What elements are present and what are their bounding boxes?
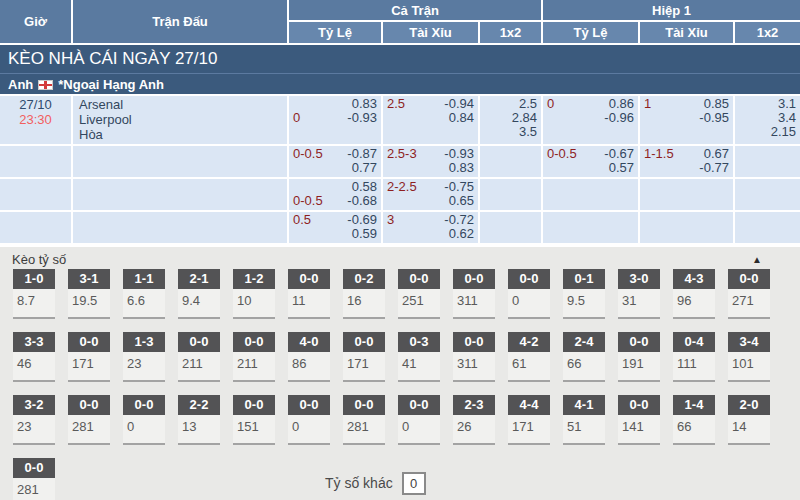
score-odds-value[interactable]: 0 bbox=[508, 289, 550, 319]
score-odds-value[interactable]: 9.5 bbox=[563, 289, 605, 319]
score-tile[interactable]: 0-0171 bbox=[68, 332, 110, 382]
score-odds-value[interactable]: 13 bbox=[178, 415, 220, 445]
score-tile[interactable]: 0-0171 bbox=[343, 332, 385, 382]
score-odds-value[interactable]: 66 bbox=[563, 352, 605, 382]
score-tile[interactable]: 1-210 bbox=[233, 269, 275, 319]
score-odds-value[interactable]: 151 bbox=[233, 415, 275, 445]
score-tile[interactable]: 0-0191 bbox=[618, 332, 660, 382]
odds-value[interactable]: -0.72 bbox=[444, 213, 474, 227]
score-tile[interactable]: 2-014 bbox=[728, 395, 770, 445]
score-odds-value[interactable]: 101 bbox=[728, 352, 770, 382]
score-odds-value[interactable]: 11 bbox=[288, 289, 330, 319]
score-tile[interactable]: 0-00 bbox=[123, 395, 165, 445]
score-odds-value[interactable]: 14 bbox=[728, 415, 770, 445]
fulltime-overunder-odds[interactable]: 2.5-0.940.84 bbox=[383, 96, 480, 146]
score-odds-value[interactable]: 46 bbox=[13, 352, 55, 382]
collapse-arrow-icon[interactable]: ▲ bbox=[752, 254, 762, 265]
odds-value[interactable]: -0.87 bbox=[347, 147, 377, 161]
score-tile[interactable]: 0-011 bbox=[288, 269, 330, 319]
score-tile[interactable]: 0-0271 bbox=[728, 269, 770, 319]
score-odds-value[interactable]: 16 bbox=[343, 289, 385, 319]
score-tile[interactable]: 0-00 bbox=[288, 395, 330, 445]
h1-overunder-odds[interactable]: 1-1.50.67-0.77 bbox=[640, 146, 735, 179]
score-tile[interactable]: 0-0151 bbox=[233, 395, 275, 445]
score-tile[interactable]: 0-0311 bbox=[453, 332, 495, 382]
score-tile[interactable]: 4-4171 bbox=[508, 395, 550, 445]
fulltime-handicap-odds[interactable]: 0.580-0.5-0.68 bbox=[289, 179, 383, 212]
score-tile[interactable]: 0-19.5 bbox=[563, 269, 605, 319]
score-odds-value[interactable]: 23 bbox=[123, 352, 165, 382]
h1-handicap-odds[interactable]: 0-0.5-0.670.57 bbox=[543, 146, 640, 179]
score-odds-value[interactable]: 10 bbox=[233, 289, 275, 319]
odds-value[interactable]: 0.65 bbox=[449, 194, 474, 208]
score-odds-value[interactable]: 111 bbox=[673, 352, 715, 382]
score-tile[interactable]: 3-119.5 bbox=[68, 269, 110, 319]
score-tile[interactable]: 0-0251 bbox=[398, 269, 440, 319]
score-tile[interactable]: 0-0281 bbox=[13, 458, 55, 500]
odds-value[interactable]: 2.84 bbox=[512, 111, 537, 125]
score-odds-value[interactable]: 311 bbox=[453, 289, 495, 319]
odds-value[interactable]: -0.75 bbox=[444, 180, 474, 194]
odds-value[interactable]: 0.59 bbox=[352, 227, 377, 241]
score-odds-value[interactable]: 96 bbox=[673, 289, 715, 319]
score-tile[interactable]: 0-0211 bbox=[178, 332, 220, 382]
score-odds-value[interactable]: 6.6 bbox=[123, 289, 165, 319]
score-tile[interactable]: 3-223 bbox=[13, 395, 55, 445]
odds-value[interactable]: 3.1 bbox=[778, 97, 796, 111]
odds-value[interactable]: 2.5 bbox=[519, 97, 537, 111]
odds-value[interactable]: -0.68 bbox=[347, 194, 377, 208]
score-odds-value[interactable]: 141 bbox=[618, 415, 660, 445]
odds-value[interactable]: 3.4 bbox=[778, 111, 796, 125]
odds-value[interactable]: 0.67 bbox=[704, 147, 729, 161]
score-odds-value[interactable]: 271 bbox=[728, 289, 770, 319]
score-tile[interactable]: 1-466 bbox=[673, 395, 715, 445]
score-tile[interactable]: 0-0281 bbox=[343, 395, 385, 445]
score-odds-value[interactable]: 66 bbox=[673, 415, 715, 445]
fulltime-1x2-odds[interactable]: 2.52.843.5 bbox=[480, 96, 543, 146]
odds-value[interactable]: 0.84 bbox=[449, 111, 474, 125]
score-odds-value[interactable]: 281 bbox=[13, 478, 55, 500]
fulltime-handicap-odds[interactable]: 0.830-0.93 bbox=[289, 96, 383, 146]
odds-value[interactable]: -0.67 bbox=[604, 147, 634, 161]
score-odds-value[interactable]: 26 bbox=[453, 415, 495, 445]
score-tile[interactable]: 0-0311 bbox=[453, 269, 495, 319]
score-tile[interactable]: 2-326 bbox=[453, 395, 495, 445]
score-tile[interactable]: 3-031 bbox=[618, 269, 660, 319]
odds-value[interactable]: -0.93 bbox=[444, 147, 474, 161]
score-odds-value[interactable]: 51 bbox=[563, 415, 605, 445]
fulltime-overunder-odds[interactable]: 2.5-3-0.930.83 bbox=[383, 146, 480, 179]
score-odds-value[interactable]: 281 bbox=[68, 415, 110, 445]
score-odds-value[interactable]: 19.5 bbox=[68, 289, 110, 319]
score-odds-value[interactable]: 311 bbox=[453, 352, 495, 382]
odds-value[interactable]: 0.83 bbox=[449, 161, 474, 175]
odds-value[interactable]: 0.58 bbox=[352, 180, 377, 194]
score-odds-value[interactable]: 41 bbox=[398, 352, 440, 382]
score-odds-value[interactable]: 0 bbox=[123, 415, 165, 445]
score-tile[interactable]: 0-00 bbox=[508, 269, 550, 319]
score-tile[interactable]: 0-0141 bbox=[618, 395, 660, 445]
odds-value[interactable]: 0.85 bbox=[704, 97, 729, 111]
score-odds-value[interactable]: 211 bbox=[178, 352, 220, 382]
score-odds-value[interactable]: 61 bbox=[508, 352, 550, 382]
score-odds-value[interactable]: 171 bbox=[343, 352, 385, 382]
score-odds-value[interactable]: 9.4 bbox=[178, 289, 220, 319]
score-tile[interactable]: 1-08.7 bbox=[13, 269, 55, 319]
h1-1x2-odds[interactable]: 3.13.42.15 bbox=[735, 96, 800, 146]
odds-value[interactable]: 2.15 bbox=[771, 125, 796, 139]
h1-overunder-odds[interactable]: 10.85-0.95 bbox=[640, 96, 735, 146]
other-score-input[interactable] bbox=[402, 472, 426, 495]
score-odds-value[interactable]: 171 bbox=[68, 352, 110, 382]
score-tile[interactable]: 3-346 bbox=[13, 332, 55, 382]
odds-value[interactable]: 0.62 bbox=[449, 227, 474, 241]
score-odds-value[interactable]: 171 bbox=[508, 415, 550, 445]
score-odds-value[interactable]: 0 bbox=[398, 415, 440, 445]
fulltime-overunder-odds[interactable]: 2-2.5-0.750.65 bbox=[383, 179, 480, 212]
score-tile[interactable]: 2-19.4 bbox=[178, 269, 220, 319]
odds-value[interactable]: -0.69 bbox=[347, 213, 377, 227]
score-odds-value[interactable]: 8.7 bbox=[13, 289, 55, 319]
odds-value[interactable]: 0.83 bbox=[352, 97, 377, 111]
score-tile[interactable]: 4-086 bbox=[288, 332, 330, 382]
fulltime-overunder-odds[interactable]: 3-0.720.62 bbox=[383, 212, 480, 245]
odds-value[interactable]: -0.77 bbox=[699, 161, 729, 175]
score-odds-value[interactable]: 251 bbox=[398, 289, 440, 319]
